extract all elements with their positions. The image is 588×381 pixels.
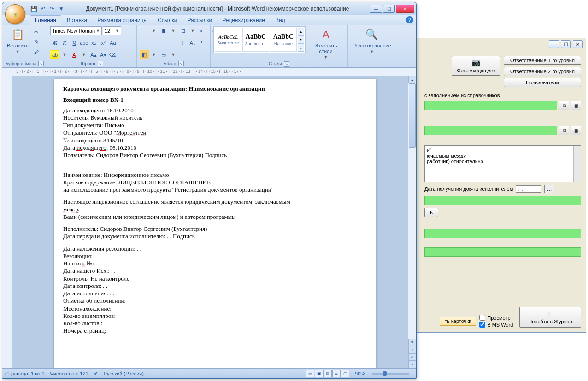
highlight-button[interactable]: ab [50, 50, 59, 59]
tab-review[interactable]: Рецензирование [218, 16, 270, 25]
green-input-4[interactable] [424, 229, 581, 238]
zoom-out-button[interactable]: − [367, 371, 370, 376]
align-right-button[interactable]: ≡ [159, 38, 168, 47]
status-lang[interactable]: Русский (Россия) [104, 371, 144, 376]
scroll-up-icon[interactable]: ▴ [408, 76, 416, 83]
align-left-button[interactable]: ≡ [140, 38, 149, 47]
qat-dropdown-icon[interactable]: ▼ [58, 5, 65, 12]
format-painter-button[interactable]: 🖌 [32, 47, 41, 57]
editing-button[interactable]: 🔍 Редактирование ▼ [351, 26, 393, 55]
redo-icon[interactable]: ↷ [48, 5, 56, 12]
clear-format-button[interactable]: ⌫ [108, 50, 118, 59]
underline-button[interactable]: Ч [70, 38, 79, 47]
vertical-scrollbar[interactable]: ▴ ▾ ◦ ○ ◦ [408, 76, 416, 368]
minimize-button[interactable]: — [549, 40, 559, 48]
subscript-button[interactable]: x₂ [89, 38, 98, 47]
draft-view[interactable]: ▢ [341, 370, 349, 377]
office-button[interactable]: ⊞ [5, 4, 25, 24]
scroll-down-icon[interactable]: ▾ [408, 339, 416, 346]
style-heading[interactable]: AaBbCЗаголово... [242, 28, 269, 52]
partial-button-b[interactable]: ь [424, 208, 438, 217]
vertical-ruler[interactable] [2, 76, 12, 368]
help-icon[interactable]: ? [406, 16, 413, 23]
close-button[interactable]: ✕ [396, 5, 414, 13]
strike-button[interactable]: abc [79, 38, 88, 47]
grow-font-button[interactable]: A▴ [89, 50, 98, 59]
green-input-2[interactable] [424, 126, 557, 135]
green-input-1[interactable] [424, 101, 557, 110]
cut-button[interactable]: ✂ [32, 27, 41, 36]
maximize-button[interactable]: ☐ [383, 5, 395, 13]
minimize-button[interactable]: — [370, 5, 382, 13]
style-title[interactable]: AaBbCНазвание [270, 28, 297, 52]
multilevel-button[interactable]: ⊟ [178, 26, 188, 35]
prev-page-icon[interactable]: ◦ [408, 346, 416, 353]
save-icon[interactable]: 💾 [30, 5, 37, 12]
styles-gallery[interactable]: AaBbCcLВыделение AaBbCЗаголово... AaBbCН… [213, 26, 306, 53]
textarea-scrollbar[interactable] [573, 146, 581, 182]
tab-mailings[interactable]: Рассылки [182, 16, 217, 25]
tab-references[interactable]: Ссылки [153, 16, 182, 25]
responsible-level1-button[interactable]: Ответственные 1-го уровня [504, 56, 581, 65]
font-name-combo[interactable]: Times New Roman▼ [50, 26, 102, 35]
fullscreen-view[interactable]: ▣ [315, 370, 323, 377]
paste-button[interactable]: 📋 Вставить ▼ [5, 26, 30, 55]
undo-icon[interactable]: ↶ [39, 5, 47, 12]
go-to-journal-button[interactable]: ▦ Перейти в Журнал [519, 307, 581, 328]
horizontal-ruler[interactable]: 3 · ı · 2 · ı · 1 · ı · · ı · 1 · ı · 2 … [2, 68, 416, 76]
content-textarea[interactable]: и" ючаемым между работчик) относительно [424, 145, 581, 182]
green-input-3[interactable] [424, 196, 581, 205]
sort-button[interactable]: A↓ [188, 38, 197, 47]
tab-home[interactable]: Главная [30, 15, 61, 25]
spellcheck-icon[interactable]: ✔ [94, 370, 98, 376]
line-spacing-button[interactable]: ‡ [178, 38, 188, 47]
numbering-button[interactable]: ≣ [159, 26, 168, 35]
shrink-font-button[interactable]: A▾ [99, 50, 108, 59]
print-layout-view[interactable]: ▭ [306, 370, 314, 377]
dialog-launcher-icon[interactable]: ↘ [284, 61, 289, 67]
web-view[interactable]: ▤ [323, 370, 332, 377]
show-marks-button[interactable]: ¶ [198, 38, 207, 47]
date-received-input[interactable] [516, 185, 541, 193]
font-color-dropdown[interactable]: ▼ [79, 50, 88, 59]
borders-button[interactable]: ▭ [159, 50, 168, 59]
superscript-button[interactable]: x² [99, 38, 108, 47]
users-button[interactable]: Пользователи [504, 78, 581, 87]
print-card-button[interactable]: ть карточки [440, 317, 476, 326]
lookup-button-2b[interactable]: ▦ [571, 126, 581, 135]
page-viewport[interactable]: Карточка входящего документа организации… [12, 76, 408, 368]
shading-button[interactable]: ◧ [140, 50, 149, 59]
scroll-thumb[interactable] [409, 83, 416, 148]
dialog-launcher-icon[interactable]: ↘ [178, 61, 184, 66]
zoom-slider[interactable] [372, 373, 409, 375]
status-words[interactable]: Число слов: 121 [50, 371, 88, 376]
responsible-level2-button[interactable]: Ответственные 2-го уровня [504, 67, 581, 76]
tab-insert[interactable]: Вставка [62, 16, 92, 25]
bold-button[interactable]: Ж [50, 38, 59, 47]
font-color-button[interactable]: A [70, 50, 79, 59]
green-input-5[interactable] [424, 247, 581, 257]
close-button[interactable]: ✕ [573, 40, 583, 48]
italic-button[interactable]: К [60, 38, 69, 47]
zoom-value[interactable]: 90% [355, 371, 365, 376]
styles-scroll[interactable]: ▴▾⌄ [298, 28, 304, 52]
preview-checkbox[interactable]: Просмотр [479, 315, 513, 321]
dialog-launcher-icon[interactable]: ↘ [98, 61, 103, 66]
lookup-button-2a[interactable]: ⧉ [559, 126, 569, 135]
next-page-icon[interactable]: ◦ [408, 361, 416, 368]
date-picker-button[interactable]: … [544, 185, 554, 193]
highlight-dropdown[interactable]: ▼ [60, 50, 69, 59]
maximize-button[interactable]: ☐ [561, 40, 571, 48]
bullets-button[interactable]: ≡ [140, 26, 149, 35]
lookup-button-1a[interactable]: ⧉ [559, 101, 569, 110]
document-page[interactable]: Карточка входящего документа организации… [54, 79, 376, 368]
copy-button[interactable]: ⎘ [32, 37, 41, 47]
incoming-photo-button[interactable]: 📷 Фото входящего [452, 56, 500, 76]
align-center-button[interactable]: ≡ [149, 38, 159, 47]
zoom-in-button[interactable]: + [411, 371, 413, 376]
indent-dec-button[interactable]: ⇤ [198, 26, 207, 35]
tab-view[interactable]: Вид [270, 16, 290, 25]
dialog-launcher-icon[interactable]: ↘ [38, 61, 44, 66]
font-size-combo[interactable]: 12▼ [103, 26, 121, 35]
browse-object-icon[interactable]: ○ [408, 353, 416, 361]
